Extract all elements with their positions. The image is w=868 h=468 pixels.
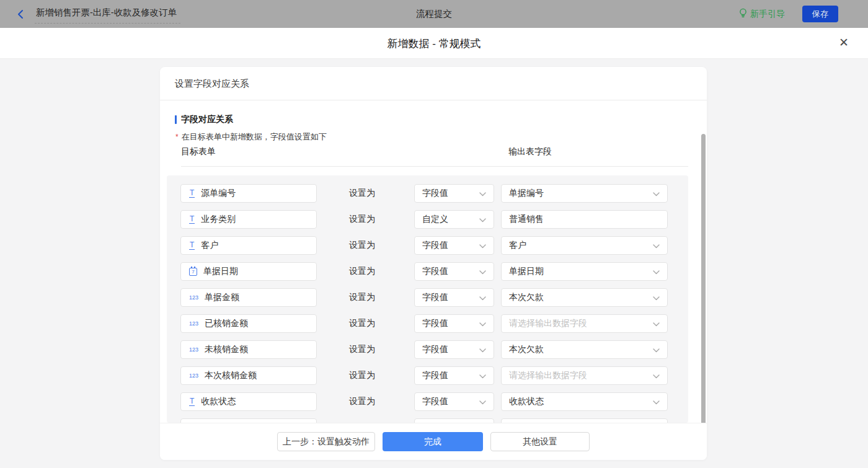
column-headers: 目标表单 输出表字段 [181,146,688,157]
done-button[interactable]: 完成 [383,432,483,451]
chevron-down-icon [479,293,486,302]
field-mapping-rows-panel: T 源单编号 设置为 字段值 单据编号 T 业务类别 设置为 自定义 普通销售 … [167,175,688,423]
target-field-box[interactable]: 123 已核销金额 [180,314,317,333]
number-icon: 123 [189,320,198,327]
text-field-icon: T [189,398,195,406]
card-footer: 上一步：设置触发动作 完成 其他设置 [160,423,707,460]
set-as-label: 设置为 [349,292,379,303]
mode-select[interactable]: 字段值 [414,340,494,359]
target-field-box[interactable]: 7 单据日期 [180,262,317,281]
chevron-down-icon [479,241,486,250]
field-mapping-row: 7 单据日期 设置为 字段值 单据日期 [180,262,688,281]
mode-select[interactable]: 字段值 [414,314,494,333]
section-accent-bar [175,115,177,124]
mode-select[interactable]: 自定义 [414,210,494,229]
workflow-title[interactable]: 新增销售开票-出库-收款及修改订单 [35,4,180,24]
chevron-down-icon [479,188,486,198]
target-field-label: 单据日期 [203,266,238,277]
target-field-label: 收款状态 [201,396,236,407]
back-icon[interactable] [16,8,29,20]
output-field-select[interactable]: 单据日期 [501,262,668,281]
field-mapping-row: T 收款状态 设置为 字段值 收款状态 [180,392,688,411]
section-note: *在目标表单中新增数据，字段值设置如下 [175,131,327,143]
output-field-select[interactable] [501,418,668,423]
column-header-target-form: 目标表单 [181,146,216,156]
output-field-select[interactable]: 单据编号 [501,184,668,203]
section-title: 字段对应关系 [181,114,233,125]
set-as-label: 设置为 [349,214,379,225]
target-field-box[interactable]: 123 本次核销金额 [180,366,317,385]
output-field-select[interactable]: 请选择输出数据字段 [501,314,668,333]
text-field-icon: T [189,190,195,198]
mode-select[interactable]: 字段值 [414,262,494,281]
note-text: 在目标表单中新增数据，字段值设置如下 [182,132,327,141]
target-field-label: 单据金额 [205,292,239,303]
set-as-label: 设置为 [349,188,379,199]
mode-select[interactable]: 字段值 [414,366,494,385]
previous-step-button[interactable]: 上一步：设置触发动作 [277,432,375,451]
field-mapping-row: 123 本次核销金额 设置为 字段值 请选择输出数据字段 [180,366,688,385]
chevron-down-icon [653,319,660,329]
field-mapping-row: T 客户 设置为 字段值 客户 [180,236,688,255]
column-header-output-fields: 输出表字段 [508,146,552,157]
field-mapping-row: T 源单编号 设置为 字段值 单据编号 [180,184,688,203]
target-field-box[interactable]: T 业务类别 [180,210,317,229]
mode-select[interactable]: 字段值 [414,288,494,307]
field-mapping-card: 设置字段对应关系 字段对应关系 *在目标表单中新增数据，字段值设置如下 目标表单… [160,67,707,460]
target-field-box[interactable]: 123 未核销金额 [180,340,317,359]
set-as-label: 设置为 [349,344,379,355]
text-field-icon: T [189,242,195,250]
text-field-icon: T [189,216,195,224]
beginner-guide-link[interactable]: 新手引导 [739,8,785,20]
target-field-box[interactable]: 123 单据金额 [180,288,317,307]
chevron-down-icon [479,397,486,407]
output-field-select[interactable]: 本次欠款 [501,340,668,359]
save-button[interactable]: 保存 [802,6,838,22]
beginner-guide-label: 新手引导 [750,9,785,20]
card-scroll-area: 字段对应关系 *在目标表单中新增数据，字段值设置如下 目标表单 输出表字段 T … [160,100,707,423]
output-field-select[interactable]: 请选择输出数据字段 [501,366,668,385]
chevron-down-icon [479,319,486,329]
output-field-select[interactable]: 客户 [501,236,668,255]
set-as-label: 设置为 [349,370,379,381]
mode-select[interactable]: 字段值 [414,184,494,203]
chevron-down-icon [653,371,660,381]
editor-topbar: 新增销售开票-出库-收款及修改订单 流程提交 新手引导 保存 [0,0,868,28]
output-field-select[interactable]: 收款状态 [501,392,668,411]
output-field-select[interactable]: 本次欠款 [501,288,668,307]
number-icon: 123 [189,347,198,353]
chevron-down-icon [653,397,660,407]
mode-select[interactable]: 字段值 [414,392,494,411]
target-field-box[interactable]: T 收款状态 [180,392,317,411]
modal-body: 设置字段对应关系 字段对应关系 *在目标表单中新增数据，字段值设置如下 目标表单… [0,59,868,468]
output-field-select[interactable]: 普通销售 [501,210,668,229]
vertical-scrollbar[interactable] [701,134,706,423]
field-mapping-row [180,418,688,423]
field-mapping-row: T 业务类别 设置为 自定义 普通销售 [180,210,688,229]
bulb-icon [739,8,747,20]
modal-title: 新增数据 - 常规模式 [0,37,868,51]
field-mapping-row: 123 单据金额 设置为 字段值 本次欠款 [180,288,688,307]
chevron-down-icon [479,267,486,276]
required-asterisk: * [175,133,179,141]
target-field-label: 未核销金额 [205,344,248,355]
mode-select[interactable] [414,418,494,423]
target-field-box[interactable]: T 客户 [180,236,317,255]
chevron-down-icon [653,345,660,355]
target-field-box[interactable]: T 源单编号 [180,184,317,203]
other-settings-button[interactable]: 其他设置 [490,432,590,451]
target-field-label: 本次核销金额 [205,370,257,381]
chevron-down-icon [479,214,486,224]
header-divider [181,166,688,167]
modal-header: 新增数据 - 常规模式 ✕ [0,28,868,59]
field-mapping-row: 123 已核销金额 设置为 字段值 请选择输出数据字段 [180,314,688,333]
mode-select[interactable]: 字段值 [414,236,494,255]
target-field-label: 客户 [201,240,218,251]
target-field-box[interactable] [180,418,317,423]
target-field-label: 源单编号 [201,188,236,199]
close-icon[interactable]: ✕ [837,36,851,50]
target-field-label: 已核销金额 [205,318,248,329]
chevron-down-icon [479,371,486,381]
field-mapping-row: 123 未核销金额 设置为 字段值 本次欠款 [180,340,688,359]
set-as-label: 设置为 [349,318,379,329]
